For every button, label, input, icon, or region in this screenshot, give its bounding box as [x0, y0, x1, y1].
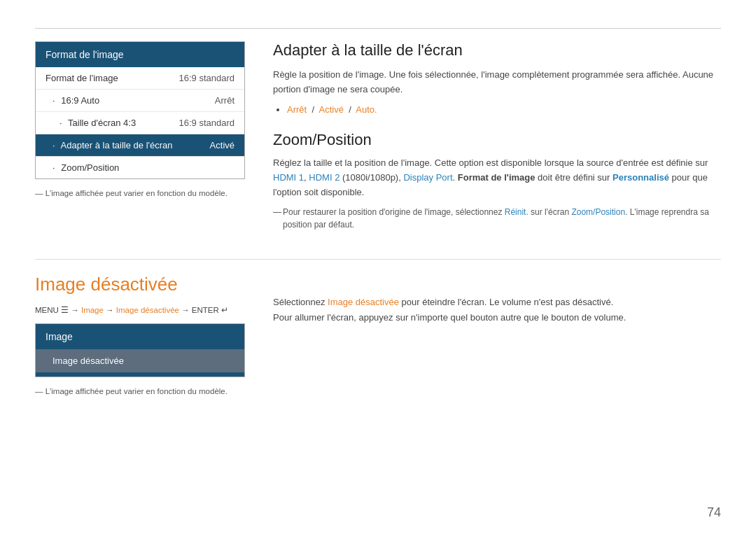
- menu-item-label: · Zoom/Position: [52, 162, 119, 173]
- link-auto[interactable]: Auto.: [356, 104, 377, 115]
- link-personnalise[interactable]: Personnalisé: [612, 172, 669, 183]
- bottom-menu-item[interactable]: Image désactivée: [36, 349, 244, 372]
- adapter-body: Règle la position de l'image. Une fois s…: [273, 68, 721, 97]
- menu-item-zoom[interactable]: · Zoom/Position: [36, 157, 244, 178]
- zoom-title: Zoom/Position: [273, 131, 721, 149]
- dot-icon: ·: [52, 95, 55, 106]
- dot-icon: ·: [52, 140, 55, 150]
- menu-item-value: 16:9 standard: [178, 118, 234, 128]
- bottom-right-line2: Pour allumer l'écran, appuyez sur n'impo…: [273, 310, 721, 325]
- menu-item-auto[interactable]: · 16:9 Auto Arrêt: [36, 90, 244, 112]
- bottom-menu-accent-bar: [36, 372, 244, 377]
- link-active[interactable]: Activé: [319, 104, 344, 115]
- left-menu-wrapper: Format de l'image Format de l'image 16:9…: [35, 41, 245, 231]
- menu-item-label: Format de l'image: [46, 73, 118, 83]
- adapter-bullet-item: Arrêt / Activé / Auto.: [287, 103, 721, 118]
- menu-item-label: · 16:9 Auto: [52, 95, 99, 106]
- menu-item-value: 16:9 standard: [178, 73, 234, 83]
- menu-path: MENU ☰ → Image → Image désactivée → ENTE…: [35, 305, 245, 315]
- bottom-right: Sélectionnez Image désactivée Sélectionn…: [273, 274, 721, 395]
- menu-item-adapter[interactable]: · Adapter à la taille de l'écran Activé: [36, 134, 244, 157]
- menu-item-taille[interactable]: · Taille d'écran 4:3 16:9 standard: [36, 112, 244, 134]
- top-section: Format de l'image Format de l'image 16:9…: [35, 41, 721, 231]
- bottom-section: Image désactivée MENU ☰ → Image → Image …: [35, 274, 721, 395]
- adapter-title: Adapter à la taille de l'écran: [273, 41, 721, 59]
- link-image-desactivee[interactable]: Image désactivée: [116, 306, 179, 314]
- link-arret[interactable]: Arrêt: [287, 104, 307, 115]
- link-hdmi1[interactable]: HDMI 1: [273, 172, 304, 183]
- menu-header: Format de l'image: [36, 42, 244, 67]
- bottom-footer-note: — L'image affichée peut varier en foncti…: [35, 387, 245, 395]
- dot-icon: ·: [59, 118, 62, 128]
- link-zoom-position[interactable]: Zoom/Position: [571, 207, 625, 217]
- link-displayport[interactable]: Display Port: [403, 172, 452, 183]
- top-rule: [35, 28, 721, 29]
- menu-item-label: · Adapter à la taille de l'écran: [52, 140, 173, 150]
- bottom-menu-header: Image: [36, 324, 244, 349]
- link-image[interactable]: Image: [81, 306, 104, 314]
- image-menu-box: Image Image désactivée: [35, 323, 245, 377]
- mid-rule: [35, 259, 721, 260]
- format-image-menu: Format de l'image Format de l'image 16:9…: [35, 41, 245, 179]
- image-desactivee-title: Image désactivée: [35, 274, 245, 295]
- menu-item-label: · Taille d'écran 4:3: [59, 118, 136, 128]
- menu-item-value: Arrêt: [215, 95, 234, 106]
- link-image-desactivee2[interactable]: Image désactivée: [328, 297, 399, 307]
- menu-footer-note: — L'image affichée peut varier en foncti…: [35, 189, 245, 197]
- link-reinit[interactable]: Réinit.: [505, 207, 528, 217]
- menu-item-format[interactable]: Format de l'image 16:9 standard: [36, 67, 244, 90]
- page-number: 74: [707, 505, 721, 520]
- menu-item-value: Activé: [210, 140, 234, 150]
- dot-icon: ·: [52, 162, 55, 173]
- bottom-right-line1: Sélectionnez Image désactivée Sélectionn…: [273, 295, 721, 310]
- zoom-body: Réglez la taille et la position de l'ima…: [273, 156, 721, 199]
- format-label: Format de l'image: [458, 172, 536, 183]
- adapter-bullet-list: Arrêt / Activé / Auto.: [287, 103, 721, 118]
- bottom-left: Image désactivée MENU ☰ → Image → Image …: [35, 274, 245, 395]
- link-hdmi2[interactable]: HDMI 2: [309, 172, 340, 183]
- zoom-note: Pour restaurer la position d'origine de …: [273, 206, 721, 231]
- right-content: Adapter à la taille de l'écran Règle la …: [273, 41, 721, 231]
